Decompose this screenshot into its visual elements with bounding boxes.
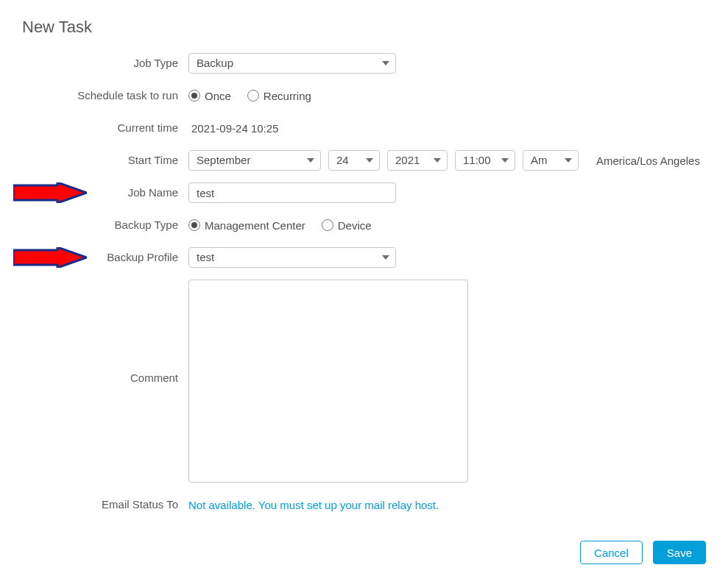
radio-dot-icon	[188, 90, 200, 102]
start-day-select[interactable]: 24	[328, 150, 380, 171]
backup-type-mc-label: Management Center	[205, 219, 305, 232]
label-backup-type: Backup Type	[22, 215, 188, 235]
row-job-type: Job Type Backup	[22, 53, 706, 74]
label-schedule: Schedule task to run	[22, 85, 188, 106]
label-job-type: Job Type	[22, 53, 188, 74]
backup-type-mc-radio[interactable]: Management Center	[188, 219, 305, 232]
start-month-select[interactable]: September	[188, 150, 321, 171]
start-year-value: 2021	[395, 151, 420, 170]
chevron-down-icon	[565, 158, 572, 163]
chevron-down-icon	[382, 255, 389, 260]
start-ampm-value: Am	[531, 151, 548, 170]
label-job-name: Job Name	[22, 182, 188, 203]
comment-textarea[interactable]	[188, 280, 468, 483]
row-email-status: Email Status To Not available. You must …	[22, 494, 706, 515]
job-type-value: Backup	[197, 54, 233, 73]
save-button[interactable]: Save	[653, 541, 706, 564]
chevron-down-icon	[434, 158, 441, 163]
label-start-time: Start Time	[22, 150, 188, 171]
schedule-recurring-label: Recurring	[264, 90, 311, 102]
row-start-time: Start Time September 24 2021 11:00	[22, 150, 706, 171]
radio-dot-icon	[188, 219, 200, 231]
start-ampm-select[interactable]: Am	[523, 150, 579, 171]
schedule-once-radio[interactable]: Once	[188, 90, 231, 102]
row-backup-type: Backup Type Management Center Device	[22, 215, 706, 235]
row-job-name: Job Name	[22, 182, 706, 203]
schedule-radio-group: Once Recurring	[188, 90, 311, 102]
email-status-link[interactable]: Not available. You must set up your mail…	[188, 499, 439, 511]
backup-type-device-radio[interactable]: Device	[322, 219, 372, 232]
label-email-status: Email Status To	[22, 494, 188, 515]
job-name-input[interactable]	[188, 182, 396, 203]
button-bar: Cancel Save	[580, 541, 706, 564]
schedule-once-label: Once	[205, 90, 231, 102]
row-backup-profile: Backup Profile test	[22, 247, 706, 268]
radio-dot-icon	[322, 219, 333, 231]
chevron-down-icon	[366, 158, 373, 163]
backup-profile-select[interactable]: test	[188, 247, 396, 268]
new-task-form: New Task Job Type Backup Schedule task t…	[0, 0, 728, 576]
label-backup-profile: Backup Profile	[22, 247, 188, 268]
chevron-down-icon	[382, 61, 389, 65]
timezone-text: America/Los Angeles	[596, 154, 700, 167]
radio-dot-icon	[247, 90, 259, 102]
row-schedule: Schedule task to run Once Recurring	[22, 85, 706, 106]
schedule-recurring-radio[interactable]: Recurring	[247, 90, 311, 102]
start-time-select[interactable]: 11:00	[455, 150, 515, 171]
row-comment: Comment	[22, 280, 706, 483]
start-day-value: 24	[336, 151, 349, 170]
start-month-value: September	[197, 151, 250, 170]
backup-type-radio-group: Management Center Device	[188, 219, 372, 232]
start-year-select[interactable]: 2021	[387, 150, 448, 171]
cancel-button[interactable]: Cancel	[580, 541, 643, 564]
label-current-time: Current time	[22, 118, 188, 138]
start-time-value: 11:00	[463, 151, 491, 170]
job-type-select[interactable]: Backup	[188, 53, 396, 74]
row-current-time: Current time 2021-09-24 10:25	[22, 118, 706, 138]
chevron-down-icon	[307, 158, 314, 163]
label-comment: Comment	[22, 280, 188, 388]
backup-profile-value: test	[197, 248, 214, 267]
backup-type-device-label: Device	[338, 219, 372, 232]
page-title: New Task	[22, 18, 706, 37]
current-time-value: 2021-09-24 10:25	[188, 122, 278, 135]
chevron-down-icon	[501, 158, 509, 163]
